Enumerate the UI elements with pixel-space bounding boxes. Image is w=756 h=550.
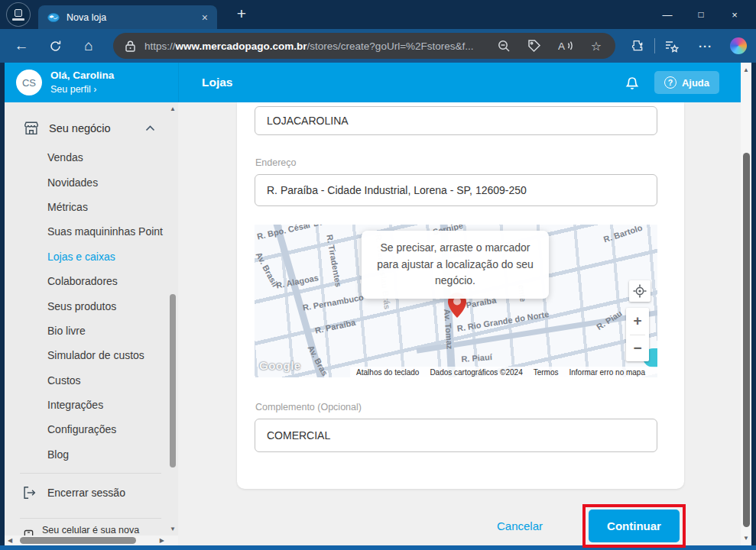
sidebar-item-custos[interactable]: Custos: [5, 368, 167, 393]
sidebar-item-integracoes[interactable]: Integrações: [5, 393, 167, 417]
sidebar-divider: [20, 518, 161, 519]
copilot-icon[interactable]: [725, 29, 752, 63]
store-name-input[interactable]: [255, 106, 657, 135]
browser-tab[interactable]: Nova loja ×: [38, 5, 217, 29]
sidebar-item-simulador[interactable]: Simulador de custos: [5, 343, 167, 367]
read-aloud-icon[interactable]: A: [558, 40, 574, 52]
address-bar[interactable]: https://www.mercadopago.com.br/stores/cr…: [113, 33, 615, 59]
terms-link[interactable]: Termos: [534, 368, 559, 377]
store-icon: [23, 120, 40, 137]
toolbar-separator: [654, 38, 655, 53]
complement-label: Complemento (Opcional): [255, 402, 657, 412]
greeting: Olá, Carolina Seu perfil ›: [50, 69, 114, 96]
scroll-up-arrow[interactable]: ▲: [741, 66, 751, 73]
sidebar: CS Olá, Carolina Seu perfil › Seu n: [5, 63, 178, 545]
chevron-up-icon: [145, 125, 155, 131]
logout-label: Encerrar sessão: [47, 487, 125, 499]
tab-title: Nova loja: [67, 12, 195, 23]
sidebar-hscrollbar-thumb[interactable]: [20, 537, 136, 544]
map-zoom-controls: + −: [626, 308, 649, 361]
map-data-copyright: Dados cartográficos ©2024: [430, 368, 522, 377]
page-title: Lojas: [202, 76, 624, 89]
sidebar-vertical-scrollbar[interactable]: ▲ ▼: [167, 102, 178, 535]
profile-logo-icon: [15, 9, 22, 17]
minimize-button[interactable]: —: [651, 0, 684, 29]
map[interactable]: R. Bpo. César Dacorso Filho Sergipe R. B…: [255, 225, 657, 377]
cancel-button[interactable]: Cancelar: [497, 519, 543, 532]
browser-zoom-icon[interactable]: [497, 39, 511, 53]
address-input[interactable]: [255, 174, 657, 206]
new-tab-button[interactable]: +: [232, 5, 251, 24]
avatar: CS: [16, 70, 42, 95]
more-menu-icon[interactable]: ···: [692, 29, 719, 63]
zoom-in-button[interactable]: +: [626, 308, 649, 335]
page-content: CS Olá, Carolina Seu perfil › Seu n: [5, 63, 751, 545]
annotation-highlight-rectangle: [582, 504, 686, 548]
wallet-banner[interactable]: Seu celular é sua nova carteira: [5, 525, 167, 535]
scroll-up-arrow[interactable]: ▲: [167, 105, 178, 112]
zoom-out-button[interactable]: −: [626, 335, 649, 362]
sidebar-section-label: Seu negócio: [49, 122, 136, 134]
google-logo[interactable]: Google: [259, 359, 301, 372]
profile-logo-text: [12, 18, 24, 21]
store-form-card: Endereço R. Bpo. César Dacorso Filho Ser…: [237, 102, 684, 489]
wallet-banner-label: Seu celular é sua nova carteira: [42, 525, 167, 535]
favorite-star-icon[interactable]: ☆: [591, 39, 602, 53]
profile-header[interactable]: CS Olá, Carolina Seu perfil ›: [5, 63, 178, 102]
sidebar-item-bio-livre[interactable]: Bio livre: [5, 319, 167, 343]
question-mark-icon: ?: [664, 76, 677, 89]
browser-profile-button[interactable]: [6, 2, 31, 27]
reload-button[interactable]: [40, 29, 70, 63]
page-vertical-scrollbar[interactable]: ▲ ▼: [741, 63, 751, 545]
maximize-button[interactable]: □: [684, 0, 718, 29]
scroll-left-arrow[interactable]: ◀: [8, 537, 12, 544]
favorites-bar-icon[interactable]: [657, 29, 685, 63]
sidebar-item-metricas[interactable]: Métricas: [5, 195, 167, 219]
browser-toolbar: ← ⌂ https://www.mercadopago.com.br/store…: [0, 29, 756, 63]
help-label: Ajuda: [682, 77, 709, 89]
sidebar-menu: Seu negócio Vendas Novidades Métricas Su…: [5, 102, 167, 535]
sidebar-item-colaboradores[interactable]: Colaboradores: [5, 269, 167, 293]
greeting-text: Olá, Carolina: [50, 70, 114, 81]
back-button[interactable]: ←: [6, 29, 37, 63]
mercadopago-favicon: [47, 11, 60, 24]
scroll-right-arrow[interactable]: ▶: [160, 537, 164, 544]
sidebar-item-maquininhas[interactable]: Suas maquininhas Point: [5, 219, 167, 244]
chevron-right-icon: ›: [93, 84, 96, 95]
help-button[interactable]: ? Ajuda: [654, 71, 719, 94]
url-text: https://www.mercadopago.com.br/stores/cr…: [144, 40, 474, 52]
collections-tag-icon[interactable]: [527, 39, 541, 53]
sidebar-scrollbar-thumb[interactable]: [170, 294, 176, 467]
sidebar-item-lojas-e-caixas[interactable]: Lojas e caixas: [5, 244, 167, 269]
home-button[interactable]: ⌂: [73, 29, 104, 63]
sidebar-item-novidades[interactable]: Novidades: [5, 170, 167, 194]
logout-icon: [21, 485, 37, 500]
map-locate-button[interactable]: [629, 280, 651, 302]
page-scrollbar-thumb[interactable]: [743, 153, 750, 527]
sidebar-item-seus-produtos[interactable]: Seus produtos: [5, 293, 167, 318]
scroll-down-arrow[interactable]: ▼: [167, 526, 178, 532]
notifications-bell-icon[interactable]: [624, 73, 641, 92]
logout-button[interactable]: Encerrar sessão: [5, 474, 167, 512]
scroll-down-arrow[interactable]: ▼: [741, 535, 751, 542]
sidebar-horizontal-scrollbar[interactable]: ◀ ▶: [5, 535, 167, 545]
lock-icon: [125, 40, 135, 52]
keyboard-shortcuts-link[interactable]: Atalhos do teclado: [356, 368, 419, 377]
phone-icon: [23, 529, 34, 535]
tab-close-icon[interactable]: ×: [202, 12, 208, 23]
sidebar-item-vendas[interactable]: Vendas: [5, 145, 167, 170]
window-controls: — □ ×: [651, 0, 751, 29]
close-button[interactable]: ×: [718, 0, 751, 29]
browser-window: Nova loja × + — □ × ← ⌂ https: [0, 0, 756, 550]
address-label: Endereço: [255, 157, 657, 168]
complement-input[interactable]: [255, 419, 657, 452]
report-error-link[interactable]: Informar erro no mapa: [569, 368, 646, 377]
page-body: Endereço R. Bpo. César Dacorso Filho Ser…: [178, 102, 741, 545]
titlebar: Nova loja × + — □ ×: [0, 0, 756, 29]
main-panel: Lojas ? Ajuda Endereço: [178, 63, 741, 545]
extensions-icon[interactable]: [623, 29, 651, 63]
profile-link[interactable]: Seu perfil ›: [50, 84, 96, 95]
sidebar-item-blog[interactable]: Blog: [5, 442, 167, 467]
sidebar-item-configuracoes[interactable]: Configurações: [5, 417, 167, 442]
sidebar-section-business[interactable]: Seu negócio: [5, 112, 167, 145]
